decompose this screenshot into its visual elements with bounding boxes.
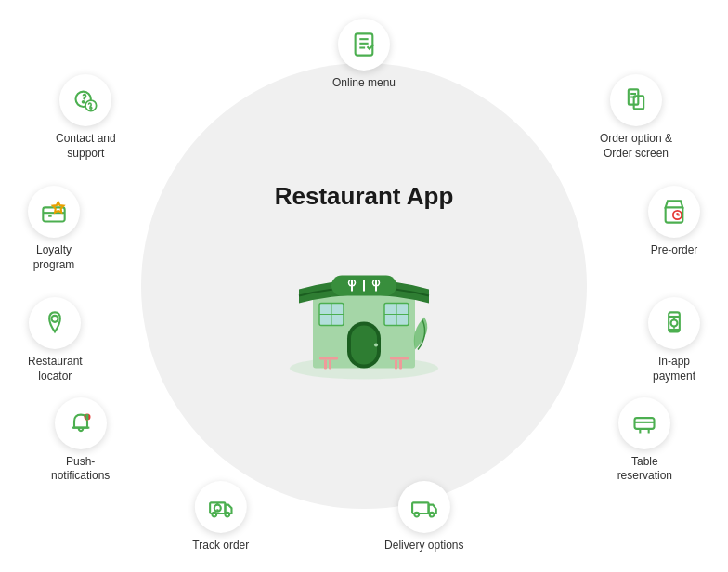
node-track-order[interactable]: Track order: [192, 481, 249, 553]
loyalty-program-label: Loyaltyprogram: [33, 243, 75, 272]
track-order-label: Track order: [192, 539, 249, 553]
node-contact-support[interactable]: Contact andsupport: [56, 74, 116, 161]
svg-rect-57: [390, 358, 409, 360]
svg-point-20: [414, 513, 419, 517]
push-notifications-icon-circle: !: [55, 397, 107, 449]
node-loyalty-program[interactable]: Loyaltyprogram: [28, 186, 80, 272]
node-order-option[interactable]: Order option &Order screen: [600, 74, 672, 161]
svg-point-23: [212, 513, 216, 517]
svg-rect-46: [351, 326, 377, 365]
svg-point-14: [671, 320, 678, 327]
svg-point-21: [430, 513, 435, 517]
delivery-options-label: Delivery options: [384, 539, 463, 553]
svg-point-38: [90, 107, 91, 108]
node-restaurant-locator[interactable]: Restaurantlocator: [28, 297, 83, 384]
svg-point-47: [374, 344, 378, 347]
inapp-payment-label: In-apppayment: [653, 355, 696, 384]
node-push-notifications[interactable]: ! Push-notifications: [51, 397, 110, 484]
node-inapp-payment[interactable]: In-apppayment: [648, 297, 700, 384]
track-order-icon-circle: [195, 481, 247, 533]
inapp-payment-icon-circle: [648, 297, 700, 349]
order-option-label: Order option &Order screen: [600, 132, 672, 161]
svg-rect-56: [329, 360, 332, 370]
restaurant-locator-label: Restaurantlocator: [28, 355, 83, 384]
push-notifications-label: Push-notifications: [51, 455, 110, 484]
node-delivery-options[interactable]: Delivery options: [384, 481, 463, 553]
center-section: Restaurant App: [271, 182, 457, 391]
delivery-options-icon-circle: [398, 481, 450, 533]
table-reservation-icon-circle: [618, 397, 670, 449]
svg-text:!: !: [86, 414, 88, 420]
online-menu-icon-circle: [338, 19, 390, 71]
svg-rect-19: [412, 503, 429, 514]
svg-point-24: [225, 513, 229, 517]
svg-rect-59: [399, 360, 402, 370]
order-option-icon-circle: [610, 74, 662, 126]
node-online-menu[interactable]: Online menu: [332, 19, 396, 91]
svg-rect-0: [356, 33, 373, 55]
contact-support-icon-circle: [59, 74, 111, 126]
loyalty-program-icon-circle: [28, 186, 80, 238]
preorder-label: Pre-order: [651, 243, 698, 258]
restaurant-locator-icon-circle: [29, 297, 81, 349]
node-table-reservation[interactable]: Tablereservation: [618, 397, 672, 484]
main-container: Online menu Order option &Order screen P…: [0, 0, 728, 572]
contact-support-label: Contact andsupport: [56, 132, 116, 161]
online-menu-label: Online menu: [332, 76, 396, 91]
node-preorder[interactable]: Pre-order: [648, 186, 700, 258]
app-title: Restaurant App: [271, 182, 457, 211]
svg-rect-55: [324, 360, 327, 370]
svg-rect-58: [395, 360, 397, 370]
svg-rect-15: [635, 418, 655, 429]
svg-point-31: [52, 316, 58, 322]
svg-rect-54: [319, 358, 338, 360]
preorder-icon-circle: [648, 186, 700, 238]
restaurant-illustration: [271, 220, 457, 387]
table-reservation-label: Tablereservation: [618, 455, 672, 484]
svg-point-36: [83, 101, 84, 103]
